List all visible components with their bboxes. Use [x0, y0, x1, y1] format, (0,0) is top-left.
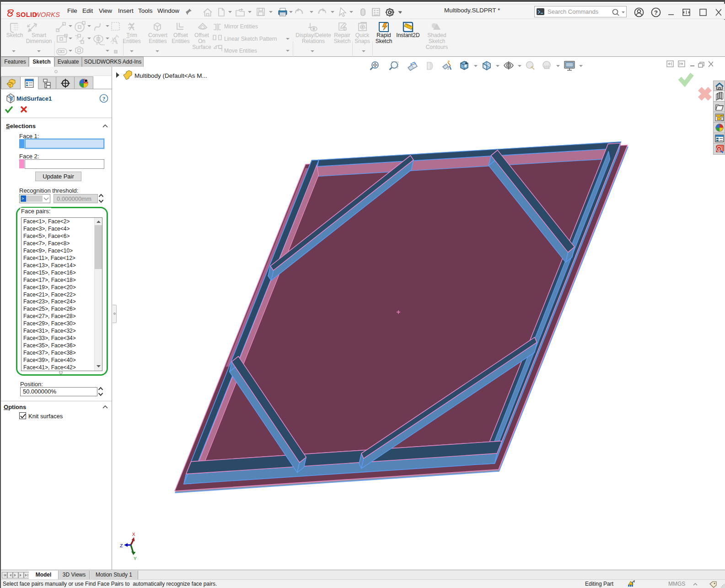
svg-text:S: S	[718, 147, 720, 152]
svg-text:?: ?	[102, 96, 105, 102]
svg-text:?: ?	[654, 9, 658, 16]
svg-text:X: X	[132, 532, 135, 537]
svg-text:Z: Z	[120, 543, 123, 549]
svg-text:Y: Y	[134, 556, 137, 561]
svg-text:WORKS: WORKS	[34, 11, 60, 18]
svg-text:Multibody (Default<As M...: Multibody (Default<As M...	[134, 72, 207, 79]
